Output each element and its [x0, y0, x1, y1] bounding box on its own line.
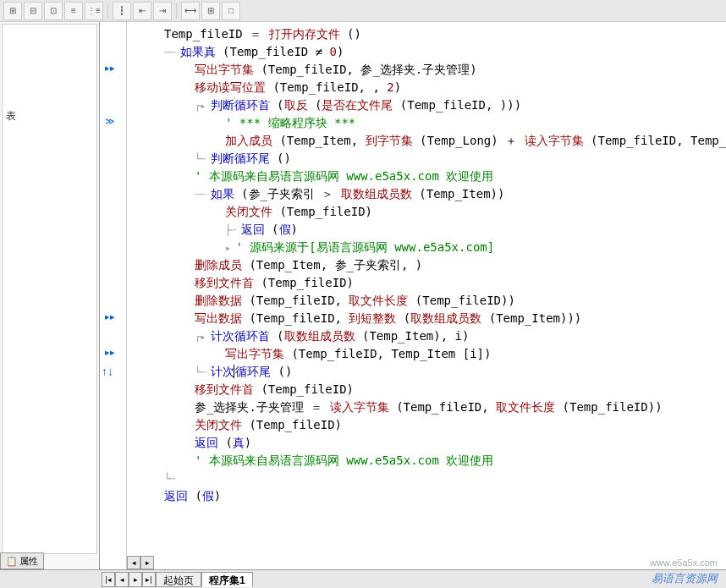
- code-token: (: [413, 134, 427, 147]
- code-token: ): [335, 418, 342, 431]
- code-token: (: [234, 187, 249, 201]
- tab-scroll-first-icon[interactable]: |◂: [102, 572, 115, 587]
- bookmark-marker[interactable]: ▸▸: [105, 63, 115, 74]
- code-token: Temp_fileID: [230, 45, 309, 58]
- left-panel: 表 📋 属性: [0, 22, 100, 569]
- code-line[interactable]: 移到文件首 (Temp_fileID): [134, 381, 719, 398]
- code-token: (: [266, 80, 280, 94]
- code-line[interactable]: 写出数据 (Temp_fileID, 到短整数 (取数组成员数 (Temp_It…: [134, 310, 719, 327]
- code-token: ,: [335, 294, 349, 307]
- toolbar-btn-7[interactable]: ⇤: [133, 2, 151, 20]
- code-line[interactable]: 移动读写位置 (Temp_fileID, , 2): [134, 79, 719, 96]
- code-line[interactable]: Temp_fileID ＝ 打开内存文件 (): [134, 25, 719, 43]
- toolbar: ⊞ ⊟ ⊡ ≡ ⋮≡ ┇ ⇤ ⇥ ⟷ ⊞ □: [0, 0, 726, 22]
- code-line[interactable]: ┄┄ 如果 (参_子夹索引 ＞ 取数组成员数 (Temp_Item)): [134, 185, 719, 203]
- code-token: 删除成员: [195, 258, 242, 272]
- code-token: (: [254, 63, 268, 76]
- code-token: 计次循环首: [211, 329, 270, 343]
- toolbar-btn-6[interactable]: ┇: [113, 2, 131, 20]
- tree-item[interactable]: 表: [3, 25, 96, 208]
- code-line[interactable]: 移到文件首 (Temp_fileID): [134, 274, 719, 292]
- toolbar-btn-4[interactable]: ≡: [64, 2, 83, 20]
- code-line[interactable]: └┄ 判断循环尾 (): [134, 150, 719, 168]
- tab-scroll-last-icon[interactable]: ▸|: [142, 572, 156, 587]
- code-line[interactable]: 删除数据 (Temp_fileID, 取文件长度 (Temp_fileID)): [134, 292, 719, 310]
- code-line[interactable]: └┄: [134, 470, 719, 487]
- code-line[interactable]: ┌▸ 判断循环首 (取反 (是否在文件尾 (Temp_fileID, ))): [134, 96, 719, 114]
- code-token: 参_选择夹.子夹管理: [195, 400, 304, 414]
- code-token: (: [218, 436, 233, 449]
- toolbar-btn-8[interactable]: ⇥: [153, 2, 172, 20]
- code-line[interactable]: └┄ 计次 循环尾 (): [134, 363, 719, 381]
- tab-module-1[interactable]: 程序集1: [201, 572, 253, 587]
- code-token: (: [584, 134, 598, 147]
- code-token: Temp_Item: [391, 347, 455, 360]
- fold-marker[interactable]: ≫: [105, 116, 115, 127]
- code-token: 如果: [211, 187, 234, 201]
- code-token: Temp_Long: [426, 134, 491, 147]
- bookmark-marker[interactable]: ▸▸: [105, 347, 115, 358]
- code-line[interactable]: ' 本源码来自易语言源码网 www.e5a5x.com 欢迎使用: [134, 452, 719, 470]
- toolbar-btn-10[interactable]: ⊞: [201, 2, 220, 20]
- code-line[interactable]: 写出字节集 (Temp_fileID, Temp_Item [i]): [134, 345, 719, 363]
- code-line[interactable]: ' *** 缩略程序块 ***: [134, 114, 719, 132]
- code-line[interactable]: 写出字节集 (Temp_fileID, 参_选择夹.子夹管理): [134, 61, 719, 79]
- code-token: 计次: [211, 365, 234, 378]
- code-token: i: [470, 347, 476, 360]
- code-line[interactable]: 返回 (真): [134, 434, 719, 452]
- code-token: ,: [347, 63, 361, 76]
- code-line[interactable]: ├┄ 返回 (假): [134, 221, 719, 239]
- code-token: )): [648, 400, 663, 414]
- code-line[interactable]: ▸ ' 源码来源于[易语言源码网 www.e5a5x.com]: [134, 239, 719, 256]
- code-line[interactable]: 关闭文件 (Temp_fileID): [134, 203, 719, 221]
- code-token: (: [216, 45, 230, 58]
- code-line[interactable]: 参_选择夹.子夹管理 ＝ 读入字节集 (Temp_fileID, 取文件长度 (…: [134, 398, 719, 416]
- code-token: 2: [387, 80, 393, 94]
- code-token: ): [462, 329, 469, 343]
- code-token: (: [555, 400, 569, 414]
- toolbar-btn-2[interactable]: ⊟: [24, 2, 42, 20]
- code-token: ≠: [308, 45, 329, 58]
- tab-scroll-prev-icon[interactable]: ◂: [115, 572, 129, 587]
- bookmark-marker[interactable]: ▸▸: [105, 311, 115, 322]
- code-token: 假: [202, 489, 214, 503]
- code-token: Temp_fileID: [256, 311, 335, 325]
- code-token: (: [242, 258, 256, 272]
- toolbar-btn-1[interactable]: ⊞: [3, 2, 22, 20]
- scroll-left-icon[interactable]: ◂: [127, 556, 140, 569]
- code-token: Temp_Long: [690, 134, 726, 147]
- code-token: Temp_fileID: [422, 294, 501, 307]
- horizontal-scrollbar[interactable]: ◂ ▸: [127, 556, 228, 569]
- code-line[interactable]: ┌▸ 计次循环首 (取数组成员数 (Temp_Item), i): [134, 327, 719, 345]
- code-line[interactable]: 删除成员 (Temp_Item, 参_子夹索引, ): [134, 256, 719, 274]
- code-token: Temp_Item: [426, 187, 491, 201]
- code-token: (: [284, 347, 299, 360]
- code-line[interactable]: 关闭文件 (Temp_fileID): [134, 416, 719, 434]
- code-line[interactable]: ' 本源码来自易语言源码网 www.e5a5x.com 欢迎使用: [134, 168, 719, 185]
- code-token: Temp_fileID: [164, 27, 243, 41]
- code-token: (): [340, 27, 361, 41]
- code-token: (: [393, 98, 407, 112]
- property-tab-label: 属性: [19, 555, 38, 568]
- left-panel-content[interactable]: 表: [2, 24, 97, 554]
- code-token: (: [265, 223, 279, 236]
- toolbar-btn-5[interactable]: ⋮≡: [85, 2, 103, 20]
- toolbar-btn-11[interactable]: □: [222, 2, 240, 20]
- tab-start-page[interactable]: 起始页: [156, 572, 201, 587]
- tab-scroll-next-icon[interactable]: ▸: [129, 572, 142, 587]
- toolbar-btn-3[interactable]: ⊡: [44, 2, 63, 20]
- code-editor[interactable]: Temp_fileID ＝ 打开内存文件 ()┄┄ 如果真 (Temp_file…: [127, 22, 726, 569]
- code-token: ' 源码来源于[易语言源码网 www.e5a5x.com]: [235, 240, 494, 254]
- code-line[interactable]: 返回 (假): [134, 487, 719, 505]
- toolbar-btn-9[interactable]: ⟷: [181, 2, 200, 20]
- code-token: (): [270, 151, 291, 165]
- code-token: (: [270, 98, 284, 112]
- code-line[interactable]: 加入成员 (Temp_Item, 到字节集 (Temp_Long) ＋ 读入字节…: [134, 132, 719, 150]
- property-tab[interactable]: 📋 属性: [0, 552, 44, 569]
- loop-marker[interactable]: ↑↓: [102, 365, 113, 378]
- code-line[interactable]: ┄┄ 如果真 (Temp_fileID ≠ 0): [134, 43, 719, 61]
- scroll-right-icon[interactable]: ▸: [140, 556, 154, 569]
- code-token: 参_选择夹.子夹管理: [360, 63, 470, 76]
- watermark-text: 易语言资源网: [652, 571, 718, 586]
- code-token: Temp_Item: [256, 258, 321, 272]
